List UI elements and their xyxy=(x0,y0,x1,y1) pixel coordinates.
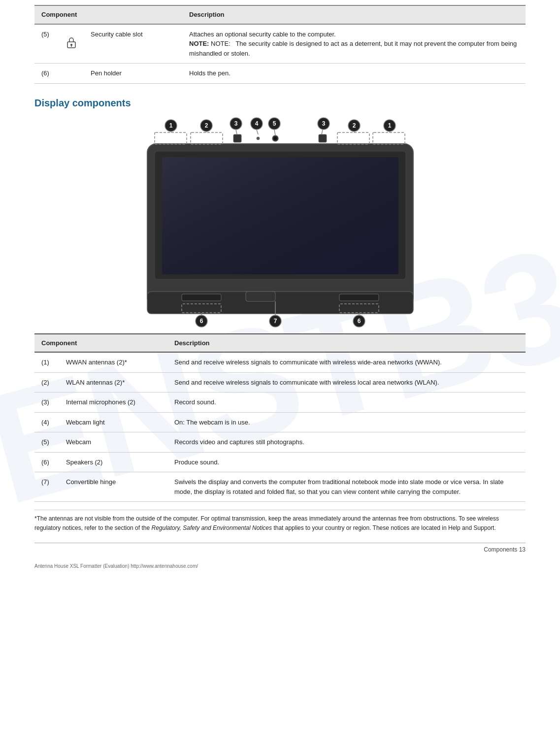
top-table-header: Component Description xyxy=(34,5,526,24)
row-description: Send and receive wireless signals to com… xyxy=(167,352,526,372)
svg-text:2: 2 xyxy=(204,122,208,129)
row-num: (7) xyxy=(34,472,59,502)
row-num: (5) xyxy=(34,24,59,64)
table-row: (4) Webcam light On: The webcam is in us… xyxy=(34,412,526,432)
footer-note: *The antennas are not visible from the o… xyxy=(34,510,526,533)
row-description: Record sound. xyxy=(167,392,526,413)
comp-table-header: Component Description xyxy=(34,334,526,353)
top-table: Component Description (5) Security cable… xyxy=(34,5,526,84)
desc-text: Attaches an optional security cable to t… xyxy=(189,31,336,38)
svg-rect-11 xyxy=(155,132,187,144)
footer-note-text: *The antennas are not visible from the o… xyxy=(34,515,499,531)
page-footer-right: Components 13 xyxy=(484,546,526,553)
svg-text:7: 7 xyxy=(273,318,277,325)
row-num: (2) xyxy=(34,372,59,392)
row-num: (4) xyxy=(34,412,59,432)
footer-brand: Antenna House XSL Formatter (Evaluation)… xyxy=(34,563,198,569)
row-name: Webcam light xyxy=(59,412,167,432)
row-name: WWAN antennas (2)* xyxy=(59,352,167,372)
svg-point-16 xyxy=(274,137,277,140)
row-description: Holds the pen. xyxy=(182,64,526,84)
table-row: (5) Security cable slot Attaches an opti… xyxy=(34,24,526,64)
svg-line-33 xyxy=(257,130,258,134)
comp-table-header-component: Component xyxy=(34,334,167,353)
row-num: (3) xyxy=(34,392,59,413)
row-name: Speakers (2) xyxy=(59,452,167,472)
table-row: (6) Pen holder Holds the pen. xyxy=(34,64,526,84)
table-row: (3) Internal microphones (2) Record soun… xyxy=(34,392,526,413)
row-name: Pen holder xyxy=(84,64,182,84)
row-description: On: The webcam is in use. xyxy=(167,412,526,432)
svg-text:2: 2 xyxy=(352,122,356,129)
svg-text:1: 1 xyxy=(388,122,391,129)
svg-rect-19 xyxy=(373,132,405,144)
svg-rect-6 xyxy=(162,157,398,274)
tablet-diagram: 1 2 3 4 5 3 2 xyxy=(128,117,433,328)
top-table-header-component: Component xyxy=(34,5,182,24)
svg-rect-9 xyxy=(246,292,275,301)
row-num: (6) xyxy=(34,452,59,472)
page-content: Component Description (5) Security cable… xyxy=(0,5,560,573)
table-row: (2) WLAN antennas (2)* Send and receive … xyxy=(34,372,526,392)
svg-line-39 xyxy=(322,130,323,134)
row-name: WLAN antennas (2)* xyxy=(59,372,167,392)
row-name: Internal microphones (2) xyxy=(59,392,167,413)
comp-table-header-description: Description xyxy=(167,334,526,353)
svg-text:5: 5 xyxy=(272,120,276,127)
row-description: Send and receive wireless signals to com… xyxy=(167,372,526,392)
svg-rect-17 xyxy=(319,134,327,142)
note-label: NOTE: xyxy=(189,40,209,47)
note-text: NOTE: The security cable is designed to … xyxy=(189,40,517,57)
table-row: (5) Webcam Records video and captures st… xyxy=(34,432,526,453)
display-diagram: 1 2 3 4 5 3 2 xyxy=(34,117,526,328)
svg-rect-10 xyxy=(339,294,379,301)
svg-rect-18 xyxy=(337,132,369,144)
top-table-header-description: Description xyxy=(182,5,526,24)
table-row: (6) Speakers (2) Produce sound. xyxy=(34,452,526,472)
svg-text:6: 6 xyxy=(357,318,361,325)
svg-point-14 xyxy=(257,137,260,140)
row-icon xyxy=(59,64,84,84)
svg-rect-8 xyxy=(182,294,221,301)
row-num: (6) xyxy=(34,64,59,84)
svg-text:3: 3 xyxy=(322,120,325,127)
svg-text:1: 1 xyxy=(169,122,172,129)
svg-rect-13 xyxy=(233,134,241,142)
row-description: Produce sound. xyxy=(167,452,526,472)
row-num: (1) xyxy=(34,352,59,372)
comp-table: Component Description (1) WWAN antennas … xyxy=(34,333,526,502)
svg-point-1 xyxy=(70,44,72,46)
row-icon xyxy=(59,24,84,64)
table-row: (7) Convertible hinge Swivels the displa… xyxy=(34,472,526,502)
svg-text:4: 4 xyxy=(255,120,258,127)
row-name: Convertible hinge xyxy=(59,472,167,502)
svg-text:3: 3 xyxy=(234,120,237,127)
section-heading: Display components xyxy=(34,98,526,109)
lock-icon xyxy=(66,36,77,49)
row-name: Security cable slot xyxy=(84,24,182,64)
row-description: Swivels the display and converts the com… xyxy=(167,472,526,502)
row-name: Webcam xyxy=(59,432,167,453)
row-num: (5) xyxy=(34,432,59,453)
row-description: Attaches an optional security cable to t… xyxy=(182,24,526,64)
row-description: Records video and captures still photogr… xyxy=(167,432,526,453)
table-row: (1) WWAN antennas (2)* Send and receive … xyxy=(34,352,526,372)
svg-line-36 xyxy=(274,130,275,135)
svg-rect-12 xyxy=(191,132,223,144)
page-footer: Components 13 xyxy=(34,543,526,553)
svg-text:6: 6 xyxy=(199,318,203,325)
svg-line-30 xyxy=(236,130,237,134)
